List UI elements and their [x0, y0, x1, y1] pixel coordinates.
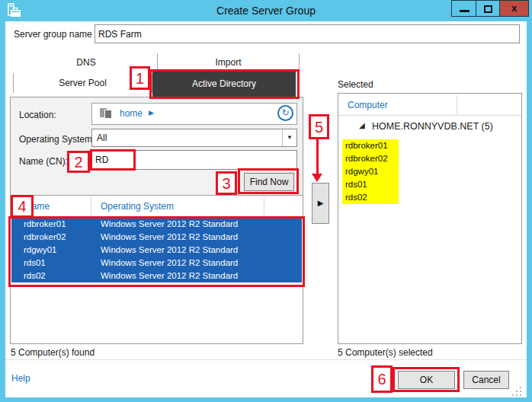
help-link[interactable]: Help: [11, 373, 30, 384]
selected-computers-tree: Computer ◢ HOME.RONNYVDB.NET (5) rdbroke…: [338, 93, 522, 344]
header-divider: [457, 95, 457, 115]
header-divider: [264, 197, 264, 215]
list-item[interactable]: rdbroker01: [342, 139, 399, 152]
dropdown-arrow-icon: ▼: [287, 134, 293, 141]
list-item[interactable]: rdbroker02: [342, 152, 399, 165]
server-group-name-input[interactable]: [95, 24, 520, 43]
tree-expander-icon[interactable]: ◢: [359, 121, 365, 129]
resize-grip[interactable]: [512, 387, 523, 397]
list-item[interactable]: rds01: [342, 178, 399, 191]
annotation-step-6: 6: [371, 365, 393, 393]
column-header-computer[interactable]: Computer: [348, 100, 388, 110]
cancel-button[interactable]: Cancel: [463, 371, 509, 389]
add-selected-button[interactable]: ▶: [312, 183, 329, 224]
selected-items: rdbroker01 rdbroker02 rdgwy01 rds01 rds0…: [342, 139, 399, 204]
move-right-icon: ▶: [318, 199, 324, 207]
location-field: home ▶: [91, 103, 297, 125]
list-item[interactable]: rdgwy01: [342, 165, 399, 178]
name-cn-label: Name (CN):: [19, 156, 68, 167]
annotation-step-4: 4: [11, 195, 34, 218]
annotation-box-active-directory: [149, 69, 300, 99]
operating-system-value: All: [97, 132, 107, 143]
server-group-name-label: Server group name: [14, 29, 92, 40]
annotation-box-result-rows: [8, 216, 305, 287]
computers-icon: [100, 108, 114, 120]
annotation-box-ok: [393, 367, 460, 392]
maximize-button[interactable]: [476, 0, 500, 17]
column-header-os[interactable]: Operating System: [101, 201, 174, 212]
annotation-step-1: 1: [130, 66, 150, 90]
annotation-step-2: 2: [67, 151, 90, 173]
close-button[interactable]: x: [499, 0, 529, 17]
results-status: 5 Computer(s) found: [11, 347, 95, 358]
create-server-group-dialog: Create Server Group x Server group name …: [0, 0, 532, 402]
annotation-step-3: 3: [216, 171, 237, 195]
header-underline: [338, 115, 521, 116]
combo-arrow-zone[interactable]: ▼: [282, 129, 296, 146]
annotation-box-find-now: [238, 168, 299, 194]
close-icon: x: [511, 2, 517, 14]
footer-divider: [5, 359, 527, 360]
tree-group-node[interactable]: HOME.RONNYVDB.NET (5): [372, 121, 493, 132]
location-breadcrumb-link[interactable]: home: [120, 108, 143, 119]
header-divider: [91, 197, 91, 215]
maximize-icon: [484, 5, 492, 13]
selected-status: 5 Computer(s) selected: [338, 347, 433, 358]
annotation-arrow-head-icon: [312, 174, 322, 182]
selected-label: Selected: [338, 79, 373, 90]
refresh-icon: ↻: [281, 107, 289, 118]
annotation-box-name-input: [90, 149, 136, 171]
annotation-step-5: 5: [309, 114, 329, 139]
location-label: Location:: [19, 110, 56, 120]
operating-system-select[interactable]: All ▼: [91, 129, 297, 147]
breadcrumb-arrow-icon[interactable]: ▶: [149, 109, 154, 116]
refresh-button[interactable]: ↻: [277, 105, 293, 121]
annotation-arrow-line: [316, 139, 319, 175]
operating-system-label: Operating System:: [19, 134, 95, 145]
minimize-button[interactable]: [451, 0, 476, 17]
list-item[interactable]: rds02: [342, 191, 399, 204]
minimize-icon: [460, 10, 470, 12]
titlebar: Create Server Group x: [0, 0, 532, 21]
